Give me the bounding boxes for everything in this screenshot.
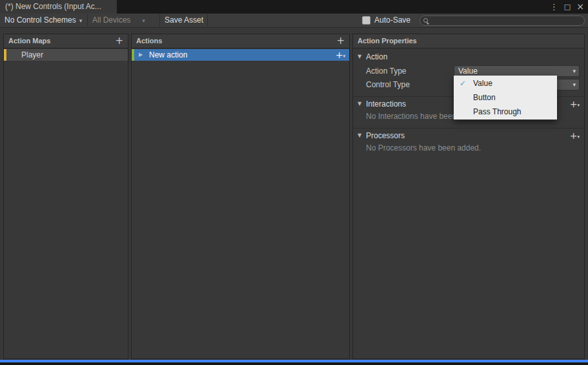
auto-save-label: Auto-Save — [374, 14, 411, 27]
action-row-new-action[interactable]: ▶ New action +▾ — [132, 49, 349, 61]
popup-item-button[interactable]: Button — [454, 90, 557, 105]
toolbar: No Control Schemes▾ All Devices▾ Save As… — [0, 14, 588, 28]
toolbar-separator — [87, 14, 88, 26]
actions-title: Actions — [136, 37, 162, 45]
action-map-color-tag — [4, 49, 6, 61]
bottom-window-edge — [0, 362, 588, 365]
add-action-button[interactable]: + — [336, 34, 345, 48]
add-interaction-button[interactable]: +▾ — [570, 97, 580, 112]
control-schemes-dropdown[interactable]: No Control Schemes▾ — [5, 14, 82, 27]
action-label: New action — [149, 49, 187, 61]
kebab-menu-icon[interactable]: ⋮ — [550, 0, 558, 14]
foldout-open-icon: ▼ — [358, 129, 361, 143]
actions-panel: Actions + ▶ New action +▾ — [131, 34, 350, 359]
unity-input-actions-window: (*) New Controls (Input Ac... ⋮ □ × No C… — [0, 0, 588, 365]
toolbar-separator — [159, 14, 160, 26]
save-asset-label: Save Asset — [165, 16, 203, 25]
auto-save-checkbox[interactable] — [362, 16, 370, 25]
check-icon: ✓ — [460, 76, 466, 90]
tab-bar: (*) New Controls (Input Ac... ⋮ □ × — [0, 0, 588, 14]
add-binding-button[interactable]: +▾ — [336, 49, 345, 62]
foldout-open-icon: ▼ — [358, 50, 361, 63]
search-field[interactable] — [420, 16, 585, 26]
auto-save-label-text: Auto-Save — [374, 16, 411, 25]
processors-foldout[interactable]: ▼ Processors +▾ — [353, 128, 584, 143]
tab-title: (*) New Controls (Input Ac... — [5, 2, 101, 11]
chevron-down-icon: ▾ — [577, 103, 580, 108]
add-action-map-button[interactable]: + — [115, 34, 123, 48]
add-processor-button[interactable]: +▾ — [570, 129, 580, 144]
plus-icon: + — [570, 130, 578, 141]
actions-header: Actions + — [132, 34, 349, 48]
chevron-down-icon: ▾ — [343, 54, 345, 59]
action-type-label: Action Type — [366, 65, 406, 78]
window-tab[interactable]: (*) New Controls (Input Ac... — [0, 0, 117, 14]
chevron-down-icon: ▾ — [573, 66, 576, 76]
action-maps-header: Action Maps + — [4, 34, 128, 48]
action-maps-title: Action Maps — [8, 37, 50, 45]
all-devices-label: All Devices — [92, 16, 130, 25]
processors-empty-text: No Processors have been added. — [366, 143, 481, 153]
toolbar-separator — [207, 14, 208, 26]
maximize-icon[interactable]: □ — [564, 0, 571, 14]
control-type-label: Control Type — [366, 78, 410, 91]
search-input[interactable] — [432, 16, 583, 26]
action-maps-panel: Action Maps + Player — [3, 34, 128, 359]
all-devices-dropdown[interactable]: All Devices▾ — [92, 14, 145, 27]
popup-item-label: Value — [473, 79, 492, 88]
popup-item-label: Button — [473, 93, 496, 102]
chevron-down-icon: ▾ — [573, 79, 576, 90]
plus-icon: + — [336, 50, 343, 60]
action-properties-header: Action Properties — [353, 34, 584, 48]
action-map-row-player[interactable]: Player — [4, 49, 128, 61]
foldout-open-icon: ▼ — [358, 97, 361, 111]
action-map-label: Player — [21, 49, 43, 61]
popup-item-label: Pass Through — [473, 107, 522, 116]
search-icon — [423, 18, 430, 25]
control-schemes-label: No Control Schemes — [5, 16, 76, 25]
plus-icon: + — [570, 99, 578, 109]
window-controls: ⋮ □ × — [550, 0, 584, 14]
chevron-down-icon: ▾ — [577, 134, 580, 140]
processors-title: Processors — [366, 129, 405, 143]
chevron-down-icon: ▾ — [79, 17, 83, 24]
close-icon[interactable]: × — [576, 0, 584, 14]
popup-item-pass-through[interactable]: Pass Through — [454, 105, 557, 119]
action-section-title: Action — [366, 50, 387, 63]
interactions-title: Interactions — [366, 97, 406, 111]
disclosure-icon[interactable]: ▶ — [139, 49, 143, 61]
action-foldout[interactable]: ▼ Action — [353, 50, 584, 63]
action-properties-title: Action Properties — [358, 37, 417, 45]
chevron-down-icon: ▾ — [142, 17, 145, 24]
save-asset-button[interactable]: Save Asset — [165, 14, 203, 27]
popup-item-value[interactable]: ✓ Value — [454, 76, 557, 90]
action-type-popup-menu: ✓ Value Button Pass Through — [454, 76, 557, 120]
action-color-tag — [132, 49, 134, 61]
action-type-value: Value — [454, 66, 579, 76]
